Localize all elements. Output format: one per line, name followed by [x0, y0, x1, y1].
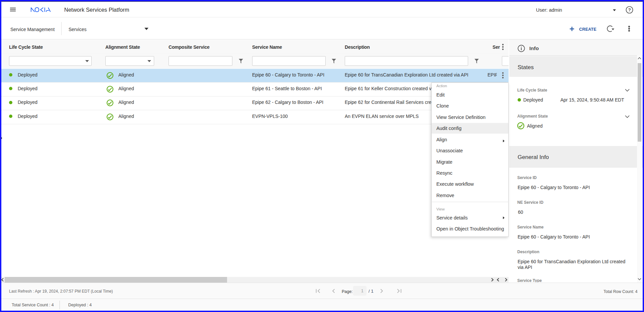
svg-text:?: ? [628, 7, 631, 12]
